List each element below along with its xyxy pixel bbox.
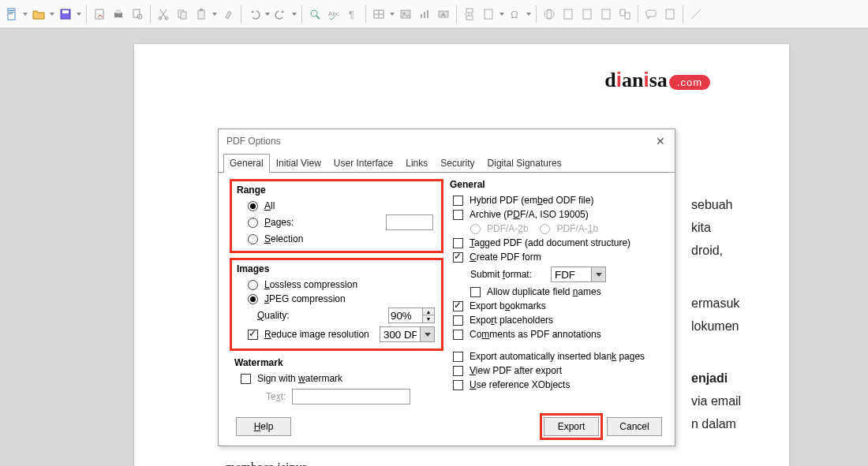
tab-general[interactable]: General [223, 154, 270, 173]
cancel-button[interactable]: Cancel [607, 417, 662, 436]
reduce-resolution-checkbox[interactable] [248, 330, 258, 340]
bookmarks-label[interactable]: Export bookmarks [470, 300, 546, 311]
redo-dropdown-icon[interactable] [291, 13, 297, 16]
sign-watermark-label[interactable]: Sign with watermark [257, 373, 342, 384]
images-group: Images Lossless compression JPEG compres… [230, 258, 443, 351]
xobjects-label[interactable]: Use reference XObjects [470, 379, 570, 390]
dpi-select[interactable] [380, 326, 421, 342]
range-pages-label[interactable]: Pages: [264, 217, 294, 228]
range-pages-input[interactable] [386, 214, 433, 230]
range-selection-radio[interactable] [248, 234, 258, 244]
redo-icon[interactable] [272, 6, 290, 23]
reduce-resolution-label[interactable]: Reduce image resolution [264, 329, 369, 340]
undo-dropdown-icon[interactable] [264, 13, 271, 16]
find-replace-icon[interactable] [306, 6, 324, 23]
field-dropdown-icon[interactable] [499, 13, 505, 16]
export-button[interactable]: Export [544, 417, 599, 436]
chart-icon[interactable] [416, 6, 433, 23]
dialog-titlebar: PDF Options ✕ [219, 129, 675, 153]
quality-input[interactable] [388, 308, 423, 323]
spellcheck-icon[interactable]: Abc [325, 6, 342, 23]
hybrid-checkbox[interactable] [453, 196, 463, 206]
quality-spinner[interactable]: ▲▼ [423, 308, 435, 323]
create-form-label[interactable]: Create PDF form [470, 252, 541, 263]
tab-digital-signatures[interactable]: Digital Signatures [481, 154, 568, 173]
new-doc-dropdown-icon[interactable] [22, 13, 28, 16]
track-changes-icon[interactable] [661, 6, 679, 23]
save-dropdown-icon[interactable] [76, 13, 82, 16]
paste-dropdown-icon[interactable] [211, 13, 218, 16]
range-selection-label[interactable]: Selection [264, 233, 303, 244]
hybrid-label[interactable]: Hybrid PDF (embed ODF file) [470, 195, 593, 206]
create-form-checkbox[interactable] [453, 252, 463, 263]
svg-rect-2 [9, 12, 14, 13]
undo-icon[interactable] [245, 6, 263, 23]
print-icon[interactable] [110, 6, 127, 23]
table-dropdown-icon[interactable] [389, 13, 395, 16]
export-pdf-icon[interactable] [91, 6, 108, 23]
open-dropdown-icon[interactable] [49, 13, 55, 16]
range-all-label[interactable]: All [264, 200, 275, 211]
range-all-radio[interactable] [248, 201, 258, 211]
help-button[interactable]: Help [236, 417, 291, 436]
duplicate-names-checkbox[interactable] [470, 287, 481, 297]
dpi-dropdown-icon[interactable] [421, 326, 435, 342]
svg-line-18 [316, 16, 320, 19]
tab-security[interactable]: Security [434, 154, 481, 173]
save-icon[interactable] [57, 6, 74, 23]
jpeg-radio[interactable] [248, 294, 258, 304]
jpeg-label[interactable]: JPEG compression [264, 293, 346, 304]
tagged-checkbox[interactable] [453, 238, 463, 248]
footnote-icon[interactable] [559, 6, 577, 23]
page-break-icon[interactable] [461, 6, 478, 23]
svg-rect-8 [116, 9, 121, 13]
cross-ref-icon[interactable] [616, 6, 634, 23]
view-after-label[interactable]: View PDF after export [470, 365, 562, 376]
watermark-text-input[interactable] [292, 389, 410, 404]
comments-label[interactable]: Comments as PDF annotations [470, 329, 601, 340]
formatting-marks-icon[interactable]: ¶ [344, 6, 361, 23]
tab-initial-view[interactable]: Initial View [270, 154, 327, 173]
endnote-icon[interactable] [578, 6, 596, 23]
tab-user-interface[interactable]: User Interface [327, 154, 399, 173]
lossless-radio[interactable] [248, 280, 258, 290]
new-doc-icon[interactable] [3, 6, 21, 23]
view-after-checkbox[interactable] [453, 366, 463, 376]
comment-icon[interactable] [642, 6, 660, 23]
comments-checkbox[interactable] [453, 330, 463, 340]
format-paintbrush-icon[interactable] [219, 6, 237, 23]
range-group: Range All Pages: Selection [230, 179, 443, 253]
special-char-icon[interactable]: Ω [507, 6, 524, 23]
tab-links[interactable]: Links [399, 154, 434, 173]
copy-icon[interactable] [174, 6, 191, 23]
blank-pages-checkbox[interactable] [453, 352, 463, 362]
print-preview-icon[interactable] [129, 6, 146, 23]
placeholders-checkbox[interactable] [453, 315, 463, 326]
duplicate-names-label[interactable]: Allow duplicate field names [487, 286, 601, 297]
open-icon[interactable] [30, 6, 47, 23]
placeholders-label[interactable]: Export placeholders [470, 315, 553, 326]
textbox-icon[interactable]: A [435, 6, 452, 23]
range-pages-radio[interactable] [248, 218, 258, 228]
paste-icon[interactable] [193, 6, 210, 23]
special-char-dropdown-icon[interactable] [526, 13, 532, 16]
field-icon[interactable] [480, 6, 497, 23]
lossless-label[interactable]: Lossless compression [264, 279, 357, 290]
bookmarks-checkbox[interactable] [453, 301, 463, 311]
cut-icon[interactable] [155, 6, 172, 23]
hyperlink-icon[interactable] [541, 6, 558, 23]
submit-format-select[interactable] [551, 267, 592, 282]
archive-checkbox[interactable] [453, 210, 463, 220]
submit-format-dropdown-icon[interactable] [592, 267, 606, 282]
close-icon[interactable]: ✕ [654, 135, 667, 147]
table-icon[interactable] [370, 6, 387, 23]
image-icon[interactable] [397, 6, 414, 23]
archive-label[interactable]: Archive (PDF/A, ISO 19005) [470, 209, 589, 220]
xobjects-checkbox[interactable] [453, 380, 463, 390]
sign-watermark-checkbox[interactable] [241, 374, 251, 384]
tagged-label[interactable]: Tagged PDF (add document structure) [470, 237, 630, 248]
bookmark-icon[interactable] [597, 6, 615, 23]
line-icon[interactable] [687, 6, 705, 23]
blank-pages-label[interactable]: Export automatically inserted blank page… [470, 351, 645, 362]
left-column: Range All Pages: Selection [226, 179, 447, 406]
